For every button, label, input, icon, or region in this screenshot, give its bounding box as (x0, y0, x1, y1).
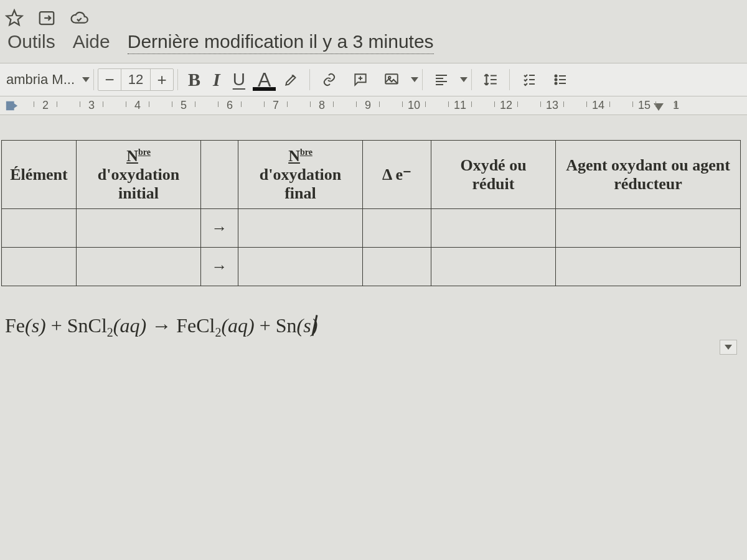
ruler-mark: 14 (575, 99, 621, 112)
col-oxyde-reduit[interactable]: Oxydé ou réduit (431, 141, 556, 209)
ruler[interactable]: 2 3 4 5 6 7 8 9 10 11 12 13 14 15 1 (0, 96, 747, 115)
col-arrow[interactable] (201, 141, 238, 209)
col-delta-e[interactable]: Δ e⁻ (363, 141, 431, 209)
last-modification-link[interactable]: Dernière modification il y a 3 minutes (128, 31, 434, 54)
cloud-status-icon[interactable] (70, 9, 88, 27)
insert-link-button[interactable] (314, 67, 345, 92)
cell[interactable] (363, 209, 431, 248)
ruler-mark: 15 (621, 99, 667, 112)
table-options-dropdown[interactable] (720, 340, 737, 355)
checklist-button[interactable] (514, 67, 545, 92)
col-nox-final[interactable]: Nbre d'oxydation final (238, 141, 363, 209)
ruler-mark: 1 (664, 99, 688, 112)
align-button[interactable] (426, 67, 456, 92)
cell[interactable] (363, 248, 431, 286)
separator (422, 69, 423, 90)
font-size-decrease-button[interactable]: − (98, 69, 121, 90)
ruler-mark: 9 (345, 99, 391, 112)
highlight-button[interactable] (277, 67, 306, 92)
add-comment-button[interactable] (345, 67, 376, 92)
font-family-select[interactable]: ambria M... (0, 72, 78, 88)
separator (509, 69, 510, 90)
titlebar-icons (0, 0, 747, 31)
font-family-caret-icon[interactable] (82, 77, 90, 82)
insert-image-button[interactable] (376, 67, 407, 92)
cell-arrow[interactable]: → (201, 248, 238, 286)
move-to-drive-icon[interactable] (37, 9, 56, 27)
star-icon[interactable] (5, 9, 24, 27)
cell[interactable] (431, 209, 556, 248)
underline-button[interactable]: U (227, 67, 251, 92)
tab-stop-icon (4, 99, 20, 113)
ruler-mark: 10 (391, 99, 437, 112)
table-header-row: Élément Nbre d'oxydation initial Nbre d'… (2, 141, 741, 209)
line-spacing-button[interactable] (476, 67, 505, 92)
svg-point-6 (555, 83, 557, 85)
separator (309, 69, 310, 90)
font-size-input[interactable]: 12 (121, 69, 151, 90)
separator (471, 69, 472, 90)
col-agent[interactable]: Agent oxydant ou agent réducteur (556, 141, 741, 209)
cell[interactable] (556, 248, 741, 286)
table-row[interactable]: → (2, 248, 741, 286)
align-caret-icon[interactable] (460, 77, 467, 82)
equation-text[interactable]: Fe(s) + SnCl2(aq) → FeCl2(aq) + Sn(s) (0, 286, 747, 340)
bulleted-list-button[interactable] (545, 67, 576, 92)
font-size-stepper: − 12 + (98, 68, 174, 91)
text-color-swatch (253, 87, 276, 91)
ruler-mark: 8 (299, 99, 345, 112)
bold-button[interactable]: B (182, 67, 207, 92)
italic-button[interactable]: I (207, 67, 227, 92)
svg-point-5 (555, 79, 557, 81)
ruler-mark: 6 (207, 99, 253, 112)
svg-point-4 (555, 75, 557, 77)
cell[interactable] (77, 248, 201, 286)
font-size-increase-button[interactable]: + (151, 69, 173, 90)
formatting-toolbar: ambria M... − 12 + B I U A (0, 63, 747, 96)
ruler-mark: 5 (161, 99, 207, 112)
ruler-mark: 4 (115, 99, 161, 112)
col-element[interactable]: Élément (2, 141, 77, 209)
menu-outils[interactable]: Outils (7, 31, 55, 52)
table-row[interactable]: → (2, 209, 741, 248)
text-color-button[interactable]: A (251, 67, 277, 92)
col-nox-initial[interactable]: Nbre d'oxydation initial (77, 141, 201, 209)
oxidation-table[interactable]: Élément Nbre d'oxydation initial Nbre d'… (1, 140, 741, 286)
svg-marker-0 (7, 11, 22, 26)
cell[interactable] (77, 209, 201, 248)
image-caret-icon[interactable] (411, 77, 418, 82)
cell[interactable] (238, 209, 363, 248)
ruler-mark: 2 (22, 99, 68, 112)
cell[interactable] (238, 248, 363, 286)
document-area[interactable]: Élément Nbre d'oxydation initial Nbre d'… (0, 115, 747, 377)
separator (177, 69, 178, 90)
menu-aide[interactable]: Aide (73, 31, 110, 52)
separator (93, 69, 94, 90)
ruler-mark: 11 (437, 99, 483, 112)
menubar: Outils Aide Dernière modification il y a… (0, 31, 747, 63)
ruler-mark: 7 (253, 99, 299, 112)
cell[interactable] (2, 209, 77, 248)
ruler-mark: 12 (483, 99, 529, 112)
chevron-down-icon (725, 345, 732, 350)
cell[interactable] (556, 209, 741, 248)
ruler-mark: 3 (68, 99, 115, 112)
cell-arrow[interactable]: → (201, 209, 238, 248)
cell[interactable] (431, 248, 556, 286)
cell[interactable] (2, 248, 77, 286)
ruler-mark: 13 (529, 99, 575, 112)
